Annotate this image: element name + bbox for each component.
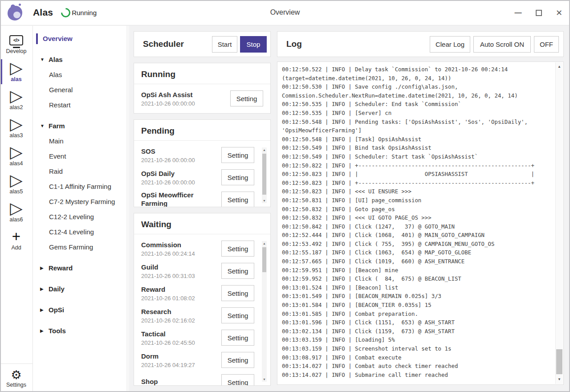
task-setting-button[interactable]: Setting	[221, 330, 254, 346]
nav-item[interactable]: Main	[33, 134, 129, 149]
nav-item[interactable]: C12-2 Leveling	[33, 209, 129, 225]
nav-item-label: Tools	[49, 327, 66, 335]
task-name: OpSi Ash Assist	[141, 90, 227, 99]
nav-item[interactable]: Event	[33, 149, 129, 164]
scroll-up-icon[interactable]: ▲	[262, 147, 267, 152]
task-setting-button[interactable]: Setting	[221, 169, 254, 185]
task-setting-button[interactable]: Setting	[221, 192, 254, 207]
pending-scrollbar[interactable]: ▲ ▼	[262, 147, 267, 203]
running-task-list: OpSi Ash Assist 2021-10-26 00:00:00 Sett…	[134, 84, 270, 113]
scrollbar-thumb[interactable]	[262, 247, 266, 272]
task-setting-button[interactable]: Setting	[221, 352, 254, 368]
start-button[interactable]: Start	[212, 36, 237, 53]
scroll-down-icon[interactable]: ▼	[556, 376, 563, 383]
nav-item[interactable]: Raid	[33, 164, 129, 179]
maximize-button[interactable]	[535, 9, 542, 16]
log-line: 00:12:52.444 | INFO | Click (1068, 401) …	[282, 231, 554, 240]
task-name: Research	[141, 307, 218, 316]
task-setting-button[interactable]: Setting	[221, 307, 254, 323]
rail-item[interactable]: ▷ alas4	[0, 143, 33, 169]
log-line: 00:12:50.535 | INFO | [Server] cn	[282, 109, 554, 118]
maximize-icon	[536, 10, 542, 16]
nav-item-label: Gems Farming	[49, 243, 93, 251]
scroll-down-icon[interactable]: ▼	[262, 198, 267, 203]
task-next-run-time: 2021-10-26 00:00:00	[141, 179, 218, 186]
rail-item[interactable]: ▷ alas3	[0, 114, 33, 141]
nav-item[interactable]: Tools	[33, 323, 129, 339]
task-setting-button[interactable]: Setting	[221, 285, 254, 301]
log-line: 00:12:50.823 | INFO | <<< UI ENSURE >>>	[282, 187, 554, 196]
nav-item[interactable]: Restart	[33, 98, 129, 113]
task-setting-button[interactable]: Setting	[221, 241, 254, 257]
task-nav-menu: Overview Alas Alas General Restart Farm …	[33, 26, 129, 392]
task-row: OpSi Meowfficer Farming Setting	[141, 188, 254, 207]
log-line: 00:13:08.917 | INFO | Combat execute	[282, 353, 554, 362]
minimize-button[interactable]: —	[514, 9, 522, 16]
nav-item[interactable]: Gems Farming	[33, 240, 129, 255]
nav-item[interactable]: C1-1 Affinity Farming	[33, 179, 129, 194]
rail-item-icon: ▷	[10, 145, 22, 160]
scroll-down-icon[interactable]: ▼	[262, 377, 267, 382]
log-line: 00:12:50.549 | INFO | Scheduler: Start t…	[282, 152, 554, 161]
nav-item[interactable]: Daily	[33, 282, 129, 297]
nav-item[interactable]: C7-2 Mystery Farming	[33, 194, 129, 209]
scrollbar-thumb[interactable]	[556, 349, 562, 374]
rail-item[interactable]: </> Develop	[0, 30, 33, 57]
log-line: 00:12:50.832 | INFO | <<< UI GOTO PAGE_O…	[282, 213, 554, 222]
running-title: Running	[134, 69, 270, 84]
log-viewer[interactable]: 00:12:50.522 | INFO | Delay task `Commis…	[277, 61, 564, 385]
tree-arrow-icon	[40, 307, 49, 312]
log-line: 00:12:50.842 | INFO | Click (1247, 37) @…	[282, 222, 554, 231]
scroll-up-icon[interactable]: ▲	[556, 63, 563, 70]
nav-item[interactable]: Alas	[33, 52, 129, 67]
log-line: 00:12:50.823 | INFO | | OPSIASHASSIST |	[282, 170, 554, 179]
nav-item[interactable]: Reward	[33, 261, 129, 276]
auto-scroll-on-button[interactable]: Auto Scroll ON	[473, 36, 531, 53]
rail-item-label: Develop	[6, 48, 27, 54]
rail-item-label: Add	[11, 245, 21, 251]
auto-scroll-off-button[interactable]: OFF	[534, 36, 559, 53]
pending-task-list: SOS 2021-10-26 00:00:00 Setting OpSi Dai…	[134, 141, 270, 207]
rail-item[interactable]: ▷ alas5	[0, 171, 33, 197]
log-scrollbar[interactable]: ▲ ▼	[555, 62, 563, 384]
task-next-run-time: 2021-10-26 01:08:02	[141, 295, 218, 302]
nav-item[interactable]: OpSi	[33, 302, 129, 318]
nav-item[interactable]: Alas	[33, 67, 129, 82]
scroll-up-icon[interactable]: ▲	[262, 241, 267, 246]
pending-panel: Pending SOS 2021-10-26 00:00:00 Setting …	[134, 119, 271, 207]
task-setting-button[interactable]: Setting	[221, 263, 254, 279]
task-setting-button[interactable]: Setting	[221, 147, 254, 163]
nav-item[interactable]: General	[33, 82, 129, 98]
task-name: Reward	[141, 285, 218, 294]
log-line: 00:12:50.530 | INFO | Save config ./conf…	[282, 82, 554, 91]
tree-arrow-icon	[40, 265, 49, 270]
task-setting-button[interactable]: Setting	[221, 374, 254, 385]
nav-item[interactable]: C12-4 Leveling	[33, 225, 129, 240]
rail-item-icon: ▷	[10, 173, 22, 188]
tree-arrow-icon	[40, 123, 49, 128]
nav-item-label: Restart	[49, 101, 70, 109]
task-row: OpSi Ash Assist 2021-10-26 00:00:00 Sett…	[141, 87, 263, 110]
rail-item[interactable]: + Add	[0, 227, 33, 253]
log-line: 00:13:01.584 | INFO | [BEACON_TIER 0.035…	[282, 301, 554, 310]
rail-item[interactable]: ▷ alas2	[0, 86, 33, 113]
rail-item[interactable]: ▷ alas6	[0, 199, 33, 225]
waiting-scrollbar[interactable]: ▲ ▼	[262, 241, 267, 382]
rail-item-label: alas	[11, 76, 21, 82]
log-line: 00:12:55.187 | INFO | Click (1063, 654) …	[282, 248, 554, 257]
clear-log-button[interactable]: Clear Log	[430, 36, 470, 53]
nav-item[interactable]: Overview	[33, 31, 129, 46]
log-line: 'OpsiMeowfficerFarming']	[282, 126, 554, 135]
tree-arrow-icon	[40, 57, 49, 62]
rail-item[interactable]: ▷ alas	[0, 58, 33, 85]
task-row: Dorm 2021-10-26 04:19:27 Setting	[141, 349, 254, 371]
settings-button[interactable]: ⚙ Settings	[0, 363, 33, 392]
nav-item[interactable]: Farm	[33, 118, 129, 134]
task-name: Shop	[141, 377, 218, 385]
task-next-run-time: 2021-10-26 00:00:00	[141, 100, 227, 107]
close-button[interactable]: ✕	[555, 9, 563, 16]
scrollbar-thumb[interactable]	[262, 154, 266, 195]
task-setting-button[interactable]: Setting	[230, 90, 263, 106]
task-next-run-time: 2021-10-26 04:19:27	[141, 362, 218, 368]
stop-button[interactable]: Stop	[240, 36, 267, 53]
